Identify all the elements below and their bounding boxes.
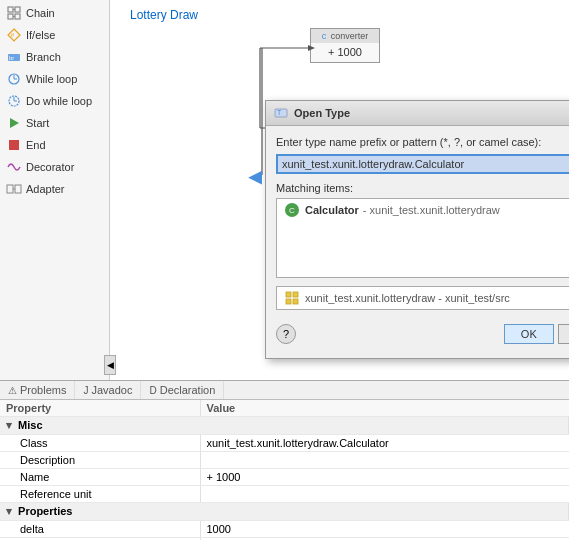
whileloop-icon [6, 71, 22, 87]
dialog-footer: ? OK Cancel [276, 320, 569, 348]
expand-arrow: ▾ [6, 505, 12, 517]
sidebar-item-whileloop[interactable]: While loop [0, 68, 109, 90]
svg-rect-15 [15, 185, 21, 193]
match-item-calculator[interactable]: C Calculator - xunit_test.xunit.lotteryd… [277, 199, 569, 221]
tab-javadoc[interactable]: J Javadoc [75, 381, 141, 399]
table-row[interactable]: Reference unit [0, 486, 569, 503]
dialog-help-button[interactable]: ? [276, 324, 296, 344]
table-row[interactable]: Description [0, 452, 569, 469]
value-col-header: Value [200, 400, 569, 417]
table-row[interactable]: Class xunit_test.xunit.lotterydraw.Calcu… [0, 435, 569, 452]
sidebar-item-dowhileloop[interactable]: Do while loop [0, 90, 109, 112]
matching-items-label: Matching items: [276, 182, 569, 194]
dialog-body: Enter type name prefix or pattern (*, ?,… [266, 126, 569, 358]
package-icon [285, 291, 299, 305]
prop-value [200, 452, 569, 469]
bottom-panel: ⚠ Problems J Javadoc D Declaration Prope… [0, 380, 569, 540]
properties-table: Property Value ▾ Misc Class xunit_test.x… [0, 400, 569, 540]
dialog-prompt-label: Enter type name prefix or pattern (*, ?,… [276, 136, 569, 148]
prop-group-name: Misc [18, 419, 42, 431]
start-icon [6, 115, 22, 131]
tab-declaration[interactable]: D Declaration [141, 381, 224, 399]
decorator-icon [6, 159, 22, 175]
canvas-title: Lottery Draw [130, 8, 198, 22]
left-arrow: ▶ [248, 168, 262, 190]
prop-group: ▾ Misc [0, 417, 569, 435]
svg-rect-13 [9, 140, 19, 150]
dialog-title: Open Type [294, 107, 350, 119]
javadoc-icon: J [83, 385, 88, 396]
sidebar-item-chain[interactable]: Chain [0, 2, 109, 24]
prop-value: + 1000 [200, 469, 569, 486]
sidebar-ifelse-label: If/else [26, 29, 55, 41]
prop-key: Class [0, 435, 200, 452]
matching-items-list: C Calculator - xunit_test.xunit.lotteryd… [276, 198, 569, 278]
svg-rect-1 [15, 7, 20, 12]
svg-rect-26 [286, 299, 291, 304]
svg-rect-0 [8, 7, 13, 12]
sidebar-item-end[interactable]: End [0, 134, 109, 156]
table-row[interactable]: delta 1000 [0, 521, 569, 538]
svg-rect-2 [8, 14, 13, 19]
property-col-header: Property [0, 400, 200, 417]
svg-rect-3 [15, 14, 20, 19]
svg-text:T: T [277, 109, 282, 116]
dialog-type-input[interactable] [276, 154, 569, 174]
prop-group: ▾ Properties [0, 503, 569, 521]
dowhileloop-icon [6, 93, 22, 109]
match-item-name: Calculator [305, 204, 359, 216]
ifelse-icon: if [6, 27, 22, 43]
dialog-ok-button[interactable]: OK [504, 324, 554, 344]
sidebar-item-branch[interactable]: br Branch [0, 46, 109, 68]
sidebar-end-label: End [26, 139, 46, 151]
converter-box-1[interactable]: c converter + 1000 [310, 28, 380, 63]
bottom-tabs: ⚠ Problems J Javadoc D Declaration [0, 381, 569, 400]
sidebar-decorator-label: Decorator [26, 161, 74, 173]
sidebar-collapse-button[interactable]: ◀ [104, 355, 116, 375]
expand-arrow: ▾ [6, 419, 12, 431]
properties-data-table: Property Value ▾ Misc Class xunit_test.x… [0, 400, 569, 540]
sidebar-item-decorator[interactable]: Decorator [0, 156, 109, 178]
prop-key: delta [0, 521, 200, 538]
prop-key: Reference unit [0, 486, 200, 503]
sidebar-dowhileloop-label: Do while loop [26, 95, 92, 107]
calculator-icon: C [285, 203, 299, 217]
prop-key: Description [0, 452, 200, 469]
sidebar-start-label: Start [26, 117, 49, 129]
prop-key: Name [0, 469, 200, 486]
sidebar-item-adapter[interactable]: Adapter [0, 178, 109, 200]
tab-declaration-label: Declaration [160, 384, 216, 396]
prop-value [200, 486, 569, 503]
prop-group-name: Properties [18, 505, 72, 517]
end-icon [6, 137, 22, 153]
sidebar-adapter-label: Adapter [26, 183, 65, 195]
sidebar-item-ifelse[interactable]: if If/else [0, 24, 109, 46]
svg-text:br: br [9, 55, 14, 61]
main-area: Chain if If/else br Branch W [0, 0, 569, 380]
dialog-path-area: xunit_test.xunit.lotterydraw - xunit_tes… [276, 286, 569, 310]
prop-value: 1000 [200, 521, 569, 538]
prop-value: xunit_test.xunit.lotterydraw.Calculator [200, 435, 569, 452]
sidebar: Chain if If/else br Branch W [0, 0, 110, 380]
tab-problems[interactable]: ⚠ Problems [0, 381, 75, 399]
dialog-titlebar: T Open Type ✕ [266, 101, 569, 126]
sidebar-item-start[interactable]: Start [0, 112, 109, 134]
app-container: Chain if If/else br Branch W [0, 0, 569, 540]
svg-marker-6 [8, 29, 20, 41]
dialog-cancel-button[interactable]: Cancel [558, 324, 569, 344]
tab-problems-label: Problems [20, 384, 66, 396]
dialog-buttons: OK Cancel [504, 324, 569, 344]
open-type-dialog: T Open Type ✕ Enter type name prefix or … [265, 100, 569, 359]
adapter-icon [6, 181, 22, 197]
svg-rect-28 [293, 299, 298, 304]
svg-rect-14 [7, 185, 13, 193]
tab-javadoc-label: Javadoc [91, 384, 132, 396]
sidebar-chain-label: Chain [26, 7, 55, 19]
declaration-icon: D [149, 385, 156, 396]
svg-rect-27 [293, 292, 298, 297]
branch-icon: br [6, 49, 22, 65]
sidebar-branch-label: Branch [26, 51, 61, 63]
converter1-header: c converter [311, 29, 379, 43]
converter1-value: + 1000 [315, 46, 375, 58]
table-row[interactable]: Name + 1000 [0, 469, 569, 486]
